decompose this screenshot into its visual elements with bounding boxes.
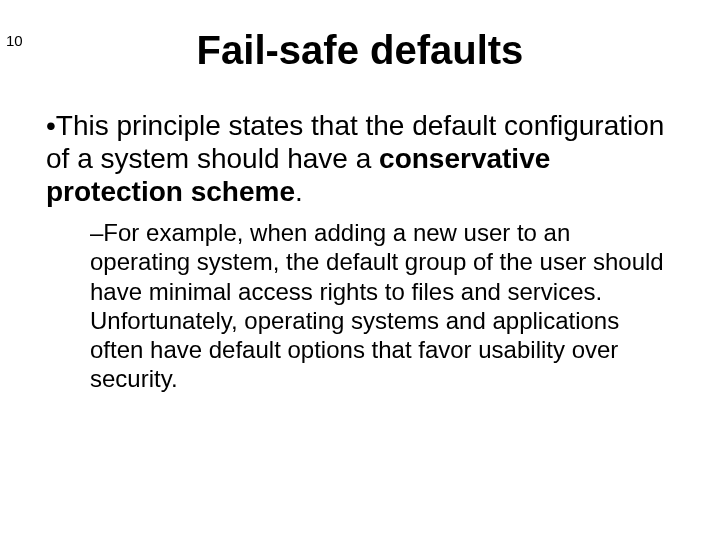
page-number: 10 — [6, 32, 23, 49]
bullet-level-2: –For example, when adding a new user to … — [46, 218, 674, 394]
bullet-1-text-tail: . — [295, 176, 303, 207]
slide-body: •This principle states that the default … — [0, 109, 720, 394]
slide: 10 Fail-safe defaults •This principle st… — [0, 28, 720, 540]
bullet-mark-icon: • — [46, 110, 56, 141]
bullet-level-1: •This principle states that the default … — [46, 109, 674, 208]
slide-title: Fail-safe defaults — [0, 28, 720, 73]
bullet-1-text-plain: This principle states that the default c… — [46, 110, 664, 174]
bullet-2-text: For example, when adding a new user to a… — [90, 219, 664, 392]
dash-icon: – — [90, 219, 103, 246]
